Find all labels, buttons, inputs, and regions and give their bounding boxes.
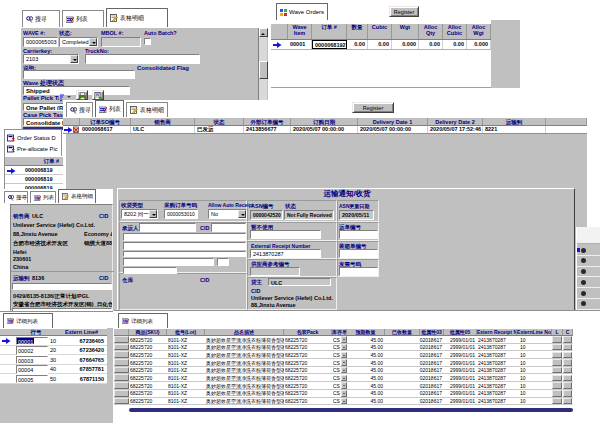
carrier-city-input[interactable] <box>123 258 214 266</box>
col-sku[interactable]: 商品(SKU) <box>129 329 167 335</box>
col-qty[interactable]: 数量 <box>347 24 368 39</box>
pre-allocate-item[interactable]: Pre-allocate Pic <box>7 144 58 153</box>
cell-c-button[interactable] <box>563 382 572 389</box>
cell-c-button[interactable] <box>563 352 572 359</box>
lines-right-row[interactable]: 68225720 8101-XZ 奥妙超效星空渍净洗衣粉薄荷香型改直 68225… <box>114 351 573 359</box>
register-button[interactable]: Register <box>352 102 394 113</box>
lines-right-row[interactable]: 68225720 8101-XZ 奥妙超效星空渍净洗衣粉薄荷香型改直 68225… <box>114 344 573 352</box>
lines-right-row[interactable]: 68225720 8101-XZ 奥妙超效星空渍净洗衣粉薄荷香型改直 68225… <box>114 382 573 390</box>
cell-l-button[interactable] <box>552 398 562 405</box>
row-selector[interactable] <box>114 336 129 343</box>
register-button[interactable]: Register <box>389 6 419 17</box>
col-ship-to[interactable]: 运输到 <box>483 118 546 125</box>
col-uom[interactable]: 库存单位 <box>332 329 347 335</box>
truck-no-input[interactable] <box>85 54 200 64</box>
row-selector[interactable] <box>114 390 129 397</box>
counter-cell[interactable]: 00002 <box>16 346 48 355</box>
print-button[interactable] <box>76 90 88 100</box>
col-status[interactable]: 状态 <box>195 118 244 125</box>
tab-wave-search[interactable]: 搜寻 <box>22 10 60 27</box>
order-status-item[interactable]: Order Status D <box>7 133 56 142</box>
carrier-addr1-input[interactable] <box>123 233 246 241</box>
counter-cell[interactable]: 00001 <box>16 337 48 346</box>
carrier-zip-input[interactable] <box>123 267 177 274</box>
cell-l-button[interactable] <box>552 352 562 359</box>
lines-right-row[interactable]: 68225720 8101-XZ 奥妙超效星空渍净洗衣粉薄荷香型改直 68225… <box>114 374 573 382</box>
col-description[interactable]: 品名描述 <box>205 329 284 335</box>
mbol-input[interactable] <box>101 37 141 47</box>
col-vendor[interactable]: 销售商 <box>131 118 195 125</box>
cell-l-button[interactable] <box>552 367 562 374</box>
col-received-qty[interactable]: 已收数量 <box>385 329 420 335</box>
col-order-no[interactable]: 订单 # <box>312 24 347 39</box>
tab-detail-list[interactable]: 详细列表 <box>118 313 168 328</box>
cell-l-button[interactable] <box>552 390 562 397</box>
col-alloc-cubic[interactable]: AllocCubic <box>443 24 467 39</box>
col-order-date[interactable]: 订购日期 <box>291 118 358 125</box>
cell-l-button[interactable] <box>552 359 562 366</box>
right-edge-row[interactable] <box>577 288 600 299</box>
col-delivery-date-2[interactable]: Delivery Date 2 <box>428 118 483 125</box>
cell-c-button[interactable] <box>563 367 572 374</box>
not-in-use-input[interactable] <box>250 230 321 239</box>
col-line-no[interactable]: 行号 <box>16 329 56 335</box>
row-selector[interactable] <box>114 359 129 366</box>
cell-l-button[interactable] <box>552 336 562 343</box>
lines-right-row[interactable]: 68225720 8101-XZ 奥妙超效星空渍净洗衣粉薄荷香型改直 68225… <box>114 398 573 406</box>
cell-l-button[interactable] <box>552 344 562 351</box>
scrollbar-thumb[interactable] <box>259 61 268 79</box>
supplier-ref-input[interactable] <box>250 267 300 276</box>
col-l[interactable]: L <box>552 329 563 335</box>
col-extern-line-no[interactable]: ExternLine No <box>517 329 552 335</box>
carrier-addr2-input[interactable] <box>123 242 246 250</box>
lines-left-row[interactable]: 00001 10 67236405 <box>0 336 107 346</box>
right-edge-row[interactable] <box>577 256 600 267</box>
tab-so-list[interactable]: 列表 <box>95 100 124 117</box>
tab-consignee-form-detail[interactable]: 表格明细 <box>58 189 96 203</box>
tab-wave-list[interactable]: 列表 <box>62 10 104 27</box>
col-so-no[interactable]: 订单SO编号 <box>80 118 131 125</box>
tab-detail-list[interactable]: 详细列表 <box>3 313 53 328</box>
cell-c-button[interactable] <box>563 344 572 351</box>
so-list-row[interactable]: 0000068617 ULC 已发运 2413856677 2020/05/07… <box>63 126 587 134</box>
chevron-down-icon[interactable] <box>238 210 246 218</box>
order-list-row[interactable]: 000006819 <box>5 175 63 184</box>
col-pack[interactable]: 包装Pack <box>284 329 332 335</box>
col-ext-order-no[interactable]: 外部订单编号 <box>244 118 291 125</box>
tab-wave-orders[interactable]: Wave Orders <box>276 3 328 20</box>
col-lot[interactable]: 批号(Lot) <box>167 329 205 335</box>
row-selector[interactable] <box>114 367 129 374</box>
ship-to-input[interactable] <box>12 283 112 290</box>
case-pick-task-value[interactable]: Consolidate Lo <box>23 118 64 126</box>
lines-left-row[interactable]: 00002 20 67236420 <box>0 346 107 356</box>
col-wgt[interactable]: Wgt <box>392 24 419 39</box>
status-select[interactable]: Completed <box>59 37 98 47</box>
tab-consignee-list[interactable]: 列表 <box>30 191 56 203</box>
col-cubic[interactable]: Cubic <box>368 24 392 39</box>
right-edge-row[interactable] <box>577 277 600 288</box>
allow-auto-receipt-select[interactable]: No <box>208 209 247 219</box>
po-no-input[interactable]: 0000053010 <box>164 209 198 219</box>
tab-so-search[interactable]: 搜寻 <box>66 102 93 117</box>
row-selector[interactable] <box>114 344 129 351</box>
wave-orders-row[interactable]: 00001 0000068192 0.00 0.00 0.000 0.00 0.… <box>271 40 491 50</box>
cell-c-button[interactable] <box>563 390 572 397</box>
col-alloc-wgt[interactable]: AllocWgt <box>467 24 491 39</box>
carrier-key-select[interactable]: 2103 <box>23 54 79 64</box>
cell-c-button[interactable] <box>563 359 572 366</box>
lines-right-row[interactable]: 68225720 8101-XZ 奥妙超效星空渍净洗衣粉薄荷香型改直 68225… <box>114 336 573 344</box>
cell-l-button[interactable] <box>552 375 562 382</box>
col-extern-receipt-no[interactable]: Extern Receipt No. <box>477 329 517 335</box>
pallet-pick-task-value[interactable]: One Pallet (Req <box>23 103 64 111</box>
right-edge-row[interactable] <box>577 267 600 278</box>
packing-list-input[interactable] <box>339 249 378 258</box>
col-lot-attr-05[interactable]: 批属性05 <box>444 329 477 335</box>
ext-receipt-input[interactable]: 2413870287 <box>250 249 321 258</box>
waybill-input[interactable] <box>339 230 378 239</box>
invoice-input[interactable] <box>339 267 378 276</box>
chevron-down-icon[interactable] <box>149 210 157 218</box>
cell-l-button[interactable] <box>552 382 562 389</box>
tab-wave-form-detail[interactable]: 表格明细 <box>106 8 168 27</box>
right-edge-row[interactable] <box>577 245 600 256</box>
col-delivery-date-1[interactable]: Delivery Date 1 <box>358 118 428 125</box>
